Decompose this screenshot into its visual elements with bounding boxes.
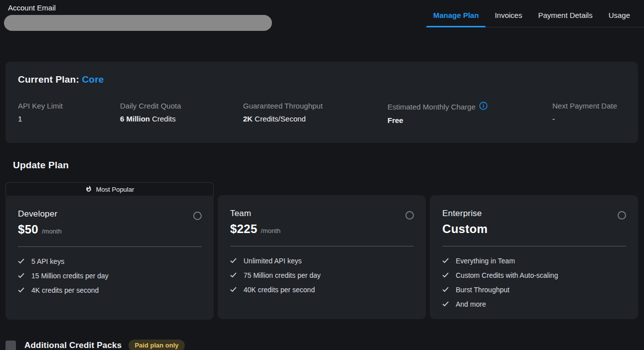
plans-row: Most Popular Developer $50 /month 5 API … xyxy=(5,182,638,320)
feature-label: 15 Million credits per day xyxy=(31,272,109,280)
account-email-group: Account Email xyxy=(4,3,272,31)
current-plan-name: Core xyxy=(82,74,104,85)
check-icon xyxy=(230,286,237,294)
divider xyxy=(442,246,626,246)
stat-estimated-monthly-charge: Estimated Monthly Charge Free xyxy=(387,102,552,124)
plan-period: /month xyxy=(261,227,281,234)
stat-label: Estimated Monthly Charge xyxy=(387,103,476,111)
feature-item: 15 Million credits per day xyxy=(18,272,202,280)
current-plan-title: Current Plan: Core xyxy=(18,74,626,85)
feature-label: Unlimited API keys xyxy=(244,257,302,265)
plan-card-developer[interactable]: Most Popular Developer $50 /month 5 API … xyxy=(5,182,214,320)
account-email-label: Account Email xyxy=(8,3,272,12)
page-header: Account Email Manage Plan Invoices Payme… xyxy=(0,0,644,31)
update-plan-heading: Update Plan xyxy=(13,160,644,171)
stat-value: Credits/Second xyxy=(253,115,306,123)
most-popular-label: Most Popular xyxy=(96,186,134,193)
plan-price: $225 xyxy=(230,222,258,236)
tab-usage[interactable]: Usage xyxy=(601,7,644,27)
feature-item: Burst Throughput xyxy=(442,286,626,294)
stat-value-bold: 2K xyxy=(243,115,253,123)
plan-radio-team[interactable] xyxy=(405,211,414,220)
feature-item: Unlimited API keys xyxy=(230,257,414,265)
check-icon xyxy=(442,286,449,294)
divider xyxy=(18,246,202,247)
feature-label: 4K credits per second xyxy=(31,286,99,294)
check-icon xyxy=(230,271,237,279)
info-icon[interactable] xyxy=(479,102,488,112)
stat-value: - xyxy=(552,115,555,123)
plan-radio-developer[interactable] xyxy=(193,212,202,220)
paid-plan-only-badge: Paid plan only xyxy=(129,340,184,350)
plan-radio-enterprise[interactable] xyxy=(618,211,626,220)
plan-price: Custom xyxy=(442,222,488,236)
feature-item: 75 Million credits per day xyxy=(230,271,414,279)
billing-tabs: Manage Plan Invoices Payment Details Usa… xyxy=(424,7,644,27)
feature-label: 5 API keys xyxy=(31,257,64,265)
stat-guaranteed-throughput: Guaranteed Throughput 2K Credits/Second xyxy=(243,102,387,124)
plan-name: Enterprise xyxy=(442,209,491,219)
plan-card-enterprise[interactable]: Enterprise Custom Everything in Team Cus… xyxy=(430,195,638,319)
stat-value-bold: Free xyxy=(387,116,403,124)
stat-value: Credits xyxy=(150,115,176,123)
feature-label: 40K credits per second xyxy=(244,286,315,294)
stat-label: Daily Credit Quota xyxy=(120,102,181,110)
feature-item: Everything in Team xyxy=(442,257,626,265)
feature-label: Burst Throughput xyxy=(456,286,510,294)
divider xyxy=(230,246,414,246)
feature-label: And more xyxy=(456,300,486,308)
stat-label: API Key Limit xyxy=(18,102,63,110)
stat-daily-credit-quota: Daily Credit Quota 6 Million Credits xyxy=(120,102,243,124)
current-plan-stats: API Key Limit 1 Daily Credit Quota 6 Mil… xyxy=(18,102,626,124)
stat-api-key-limit: API Key Limit 1 xyxy=(18,102,120,124)
stat-value-bold: 6 Million xyxy=(120,115,150,123)
plan-period: /month xyxy=(42,228,62,235)
additional-credit-packs-label: Additional Credit Packs xyxy=(24,341,122,350)
stat-next-payment-date: Next Payment Date - xyxy=(552,102,626,124)
feature-item: 4K credits per second xyxy=(18,286,202,294)
flame-icon xyxy=(85,185,92,194)
account-email-input[interactable] xyxy=(4,15,272,31)
plan-card-team[interactable]: Team $225 /month Unlimited API keys 75 M… xyxy=(218,195,426,319)
additional-credit-packs-checkbox[interactable] xyxy=(5,341,16,350)
check-icon xyxy=(442,257,449,265)
stat-label: Next Payment Date xyxy=(552,102,617,110)
tab-payment-details[interactable]: Payment Details xyxy=(530,7,600,27)
feature-item: 5 API keys xyxy=(18,257,202,265)
tab-invoices[interactable]: Invoices xyxy=(487,7,530,27)
current-plan-card: Current Plan: Core API Key Limit 1 Daily… xyxy=(5,62,638,143)
plan-name: Team xyxy=(230,209,280,219)
feature-label: 75 Million credits per day xyxy=(244,271,321,279)
plan-name: Developer xyxy=(18,209,62,219)
feature-item: Custom Credits with Auto-scaling xyxy=(442,271,626,279)
most-popular-banner: Most Popular xyxy=(5,182,214,196)
stat-value: 1 xyxy=(18,115,22,123)
feature-label: Custom Credits with Auto-scaling xyxy=(456,271,558,279)
current-plan-title-prefix: Current Plan: xyxy=(18,74,82,85)
feature-label: Everything in Team xyxy=(456,257,515,265)
check-icon xyxy=(18,286,24,294)
stat-label: Guaranteed Throughput xyxy=(243,102,323,110)
plan-price: $50 xyxy=(18,223,38,236)
check-icon xyxy=(442,300,449,308)
check-icon xyxy=(18,272,24,280)
feature-item: And more xyxy=(442,300,626,308)
additional-credit-packs-row: Additional Credit Packs Paid plan only xyxy=(5,340,638,350)
tab-manage-plan[interactable]: Manage Plan xyxy=(425,7,487,27)
check-icon xyxy=(18,257,24,265)
check-icon xyxy=(442,271,449,279)
feature-item: 40K credits per second xyxy=(230,286,414,294)
check-icon xyxy=(230,257,237,265)
